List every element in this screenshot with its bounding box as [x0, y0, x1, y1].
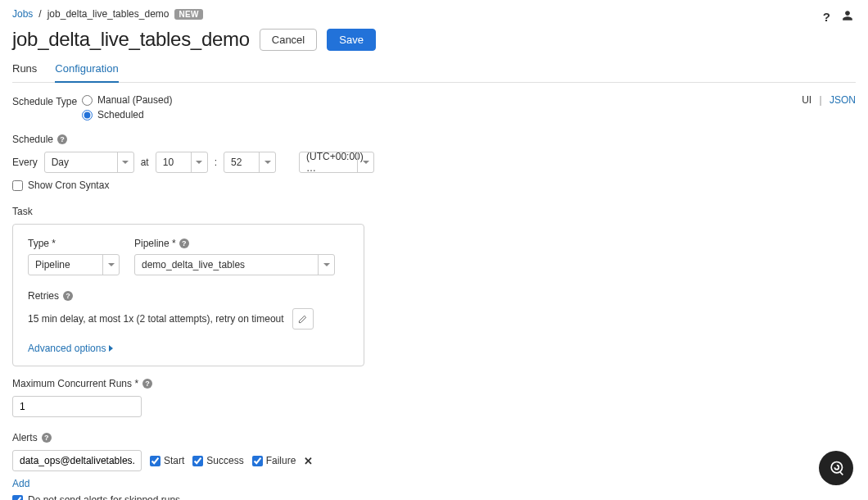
- alert-failure-label: Failure: [266, 455, 296, 466]
- radio-scheduled[interactable]: [82, 110, 93, 120]
- task-box: Type * Pipeline Pipeline * ? demo_delta_…: [12, 224, 364, 366]
- edit-retries-button[interactable]: [292, 308, 314, 330]
- skip-alerts-label: Do not send alerts for skipped runs: [28, 494, 180, 500]
- page-title: job_delta_live_tables_demo: [12, 28, 250, 51]
- select-minute[interactable]: 52: [224, 152, 276, 173]
- schedule-label: Schedule: [12, 134, 53, 145]
- tab-configuration[interactable]: Configuration: [55, 62, 118, 83]
- every-label: Every: [12, 157, 38, 168]
- alert-success-label: Success: [206, 455, 243, 466]
- new-badge: NEW: [174, 9, 202, 20]
- show-cron-checkbox[interactable]: [12, 180, 23, 191]
- skip-alerts-checkbox[interactable]: [12, 495, 23, 501]
- help-icon[interactable]: ?: [63, 291, 73, 301]
- alert-start-label: Start: [164, 455, 184, 466]
- select-frequency[interactable]: Day: [44, 152, 134, 173]
- alert-success-checkbox[interactable]: [192, 456, 203, 466]
- select-frequency-value: Day: [52, 157, 69, 168]
- view-ui[interactable]: UI: [802, 94, 811, 106]
- help-icon[interactable]: ?: [179, 239, 189, 248]
- show-cron-label: Show Cron Syntax: [28, 180, 109, 191]
- alert-failure-checkbox[interactable]: [252, 456, 263, 466]
- select-timezone[interactable]: (UTC+00:00) …: [299, 152, 374, 173]
- task-label: Task: [12, 206, 33, 217]
- help-icon[interactable]: ?: [57, 134, 67, 144]
- alert-email-input[interactable]: [12, 450, 142, 471]
- max-runs-label: Maximum Concurrent Runs *: [12, 378, 138, 389]
- alerts-label: Alerts: [12, 432, 38, 443]
- schedule-type-label: Schedule Type: [12, 94, 82, 107]
- chevron-right-icon: [109, 345, 113, 352]
- chevron-down-icon: [108, 263, 115, 266]
- type-label: Type *: [28, 238, 56, 249]
- view-json[interactable]: JSON: [830, 94, 856, 106]
- breadcrumb-separator: /: [38, 8, 41, 20]
- breadcrumb-root[interactable]: Jobs: [12, 8, 33, 20]
- add-alert-link[interactable]: Add: [12, 478, 29, 489]
- tab-runs[interactable]: Runs: [12, 62, 37, 82]
- chevron-down-icon: [264, 161, 271, 164]
- support-chat-button[interactable]: [819, 451, 853, 485]
- select-task-type-value: Pipeline: [35, 259, 70, 270]
- user-icon[interactable]: [842, 10, 853, 24]
- breadcrumb: Jobs / job_delta_live_tables_demo NEW: [12, 8, 856, 20]
- advanced-options-label: Advanced options: [28, 343, 106, 354]
- select-hour[interactable]: 10: [156, 152, 208, 173]
- select-pipeline-value: demo_delta_live_tables: [142, 259, 245, 270]
- retries-text: 15 min delay, at most 1x (2 total attemp…: [28, 313, 284, 325]
- select-pipeline[interactable]: demo_delta_live_tables: [134, 254, 335, 275]
- help-icon[interactable]: ?: [42, 433, 52, 443]
- radio-manual-label: Manual (Paused): [97, 94, 172, 106]
- save-button[interactable]: Save: [327, 29, 376, 51]
- radio-scheduled-label: Scheduled: [97, 109, 144, 120]
- retries-label: Retries: [28, 290, 59, 302]
- advanced-options-link[interactable]: Advanced options: [28, 343, 349, 354]
- view-toggle: UI | JSON: [802, 94, 856, 106]
- colon: :: [215, 157, 217, 168]
- cancel-button[interactable]: Cancel: [260, 29, 317, 51]
- select-minute-value: 52: [231, 157, 242, 168]
- radio-manual[interactable]: [82, 95, 93, 106]
- chevron-down-icon: [323, 263, 330, 266]
- at-label: at: [141, 157, 149, 168]
- chevron-down-icon: [196, 161, 202, 164]
- max-runs-input[interactable]: [12, 396, 142, 417]
- alert-start-checkbox[interactable]: [150, 456, 160, 466]
- svg-line-0: [840, 472, 843, 475]
- help-icon[interactable]: ?: [142, 379, 152, 389]
- chevron-down-icon: [122, 161, 129, 164]
- pipeline-label: Pipeline *: [134, 238, 176, 249]
- remove-alert-button[interactable]: ✕: [304, 455, 313, 467]
- chevron-down-icon: [363, 161, 369, 164]
- help-icon[interactable]: ?: [823, 10, 830, 24]
- breadcrumb-current: job_delta_live_tables_demo: [47, 8, 170, 20]
- select-task-type[interactable]: Pipeline: [28, 254, 120, 275]
- select-hour-value: 10: [163, 157, 174, 168]
